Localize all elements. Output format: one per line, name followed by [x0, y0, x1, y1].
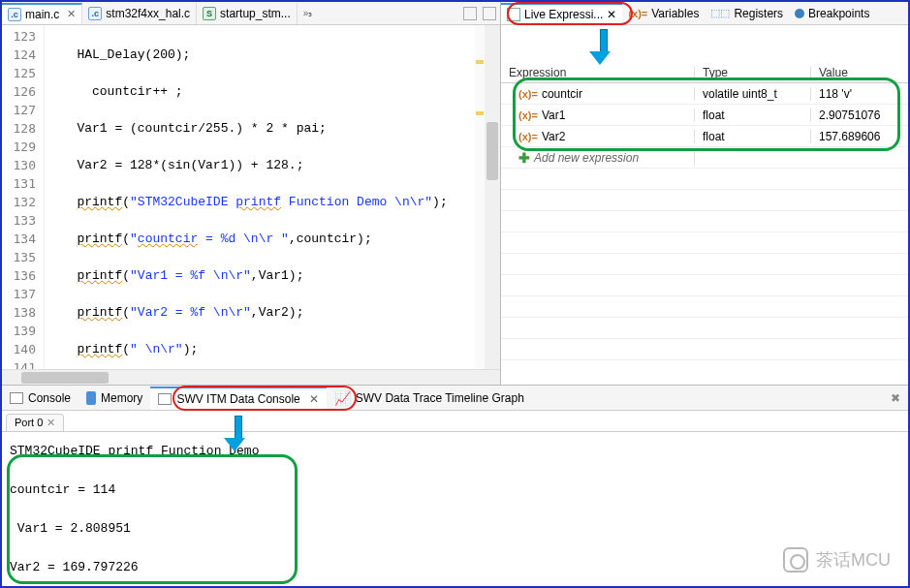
- expression-icon: (x)=: [518, 88, 538, 100]
- plus-icon: ✚: [518, 150, 530, 166]
- expression-icon: (x)=: [518, 131, 538, 142]
- tab-swv-itm-data-console[interactable]: SWV ITM Data Console ✕: [150, 387, 326, 410]
- tab-label: main.c: [25, 8, 59, 21]
- tab-stm32f4xx-hal[interactable]: .c stm32f4xx_hal.c: [82, 3, 197, 24]
- tab-registers[interactable]: ⬚⬚ Registers: [705, 3, 789, 24]
- line-gutter: 123 124 125 126 127 128 129 130 131 132 …: [2, 25, 45, 369]
- c-file-icon: .c: [88, 7, 102, 20]
- right-view-tabs: Live Expressi... ✕ (x)= Variables ⬚⬚ Reg…: [501, 2, 908, 25]
- wrench-icon[interactable]: ✖: [891, 391, 908, 405]
- trace-graph-icon: 📈: [334, 390, 351, 406]
- scrollbar-horizontal[interactable]: [2, 369, 500, 385]
- port-tab-0[interactable]: Port 0 ✕: [6, 414, 64, 431]
- tab-label: Breakpoints: [808, 7, 869, 20]
- table-row: [501, 232, 908, 254]
- breakpoints-icon: [795, 9, 804, 18]
- col-value[interactable]: Value: [811, 66, 908, 79]
- table-row: [501, 190, 908, 211]
- table-row[interactable]: (x)=Var2 float 157.689606: [501, 126, 908, 147]
- col-expression[interactable]: Expression: [501, 66, 695, 79]
- tab-variables[interactable]: (x)= Variables: [622, 3, 705, 24]
- table-row: [501, 339, 908, 360]
- table-row: [501, 211, 908, 232]
- table-row: [501, 275, 908, 296]
- tab-label: startup_stm...: [220, 7, 291, 20]
- port-tabs: Port 0 ✕: [2, 411, 908, 432]
- code-editor[interactable]: 123 124 125 126 127 128 129 130 131 132 …: [2, 25, 500, 369]
- tab-overflow-icon[interactable]: »₃: [298, 8, 319, 18]
- swv-console-icon: [158, 393, 172, 405]
- swv-console-output[interactable]: STM32CubeIDE printf Function Demo countc…: [2, 432, 908, 587]
- live-expressions-table: Expression Type Value (x)=countcir volat…: [501, 62, 908, 385]
- close-icon[interactable]: ✕: [67, 8, 76, 20]
- tab-startup-stm[interactable]: S startup_stm...: [197, 3, 298, 24]
- registers-icon: ⬚⬚: [710, 7, 730, 19]
- variables-icon: (x)=: [628, 8, 647, 19]
- table-row: [501, 169, 908, 190]
- table-row[interactable]: (x)=Var1 float 2.90751076: [501, 105, 908, 126]
- maximize-icon[interactable]: [483, 7, 496, 20]
- add-expression-row[interactable]: ✚Add new expression: [501, 147, 908, 169]
- close-icon[interactable]: ✕: [47, 417, 55, 429]
- c-file-icon: .c: [8, 8, 21, 21]
- close-icon[interactable]: ✕: [309, 392, 319, 406]
- s-file-icon: S: [203, 7, 216, 20]
- tab-label: Live Expressi...: [524, 8, 603, 21]
- col-type[interactable]: Type: [695, 66, 811, 79]
- table-row: [501, 296, 908, 318]
- live-expressions-icon: [507, 8, 520, 21]
- tab-swv-trace-timeline[interactable]: 📈 SWV Data Trace Timeline Graph: [327, 387, 532, 410]
- table-row[interactable]: (x)=countcir volatile uint8_t 118 'v': [501, 83, 908, 105]
- tab-label: stm32f4xx_hal.c: [106, 7, 190, 20]
- tab-breakpoints[interactable]: Breakpoints: [789, 3, 875, 24]
- tab-label: Variables: [651, 7, 699, 20]
- tab-main-c[interactable]: .c main.c ✕: [2, 3, 82, 24]
- tab-memory[interactable]: Memory: [78, 387, 150, 410]
- code-area[interactable]: HAL_Delay(200); countcir++ ; Var1 = (cou…: [45, 25, 500, 369]
- expression-icon: (x)=: [518, 109, 538, 121]
- scrollbar-vertical[interactable]: [485, 25, 500, 369]
- tab-live-expressions[interactable]: Live Expressi... ✕: [501, 3, 622, 24]
- console-icon: [10, 392, 23, 404]
- bottom-view-tabs: Console Memory SWV ITM Data Console ✕ 📈 …: [2, 386, 908, 411]
- tab-console[interactable]: Console: [2, 387, 78, 410]
- editor-tabs: .c main.c ✕ .c stm32f4xx_hal.c S startup…: [2, 2, 500, 25]
- tab-label: Registers: [734, 7, 783, 20]
- minimize-icon[interactable]: [463, 7, 477, 20]
- table-header: Expression Type Value: [501, 62, 908, 83]
- table-row: [501, 254, 908, 275]
- close-icon[interactable]: ✕: [607, 8, 616, 21]
- memory-icon: [86, 391, 96, 405]
- table-row: [501, 318, 908, 339]
- overview-ruler[interactable]: [475, 25, 485, 369]
